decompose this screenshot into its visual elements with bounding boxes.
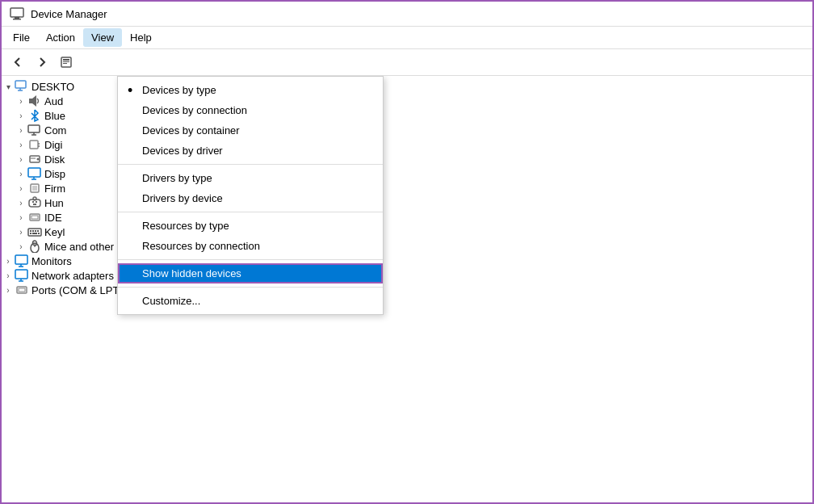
keyboard-icon (27, 225, 42, 238)
svg-rect-16 (38, 143, 40, 145)
firmware-expander[interactable]: › (15, 182, 27, 195)
root-expander[interactable]: ▾ (2, 80, 15, 93)
svg-point-27 (33, 197, 36, 200)
digital-expander[interactable]: › (15, 138, 27, 151)
svg-rect-7 (15, 81, 26, 88)
forward-button[interactable] (31, 52, 53, 73)
menu-customize[interactable]: Customize... (118, 291, 383, 311)
audio-expander[interactable]: › (15, 94, 27, 107)
mice-expander[interactable]: › (15, 240, 27, 253)
ports-expander[interactable]: › (2, 284, 15, 296)
svg-rect-47 (15, 270, 27, 279)
digital-label: Digi (44, 139, 62, 151)
svg-rect-37 (37, 230, 39, 232)
hid-label: Hun (44, 197, 64, 209)
svg-rect-15 (30, 141, 38, 149)
digital-icon (27, 138, 42, 151)
menu-separator-1 (118, 164, 383, 165)
menu-resources-by-type[interactable]: Resources by type (118, 216, 383, 236)
menu-separator-3 (118, 259, 383, 260)
audio-label: Aud (44, 95, 63, 107)
svg-rect-25 (32, 186, 37, 191)
menu-separator-4 (118, 287, 383, 288)
svg-rect-39 (32, 233, 37, 234)
hid-expander[interactable]: › (15, 196, 27, 209)
ide-label: IDE (44, 212, 62, 224)
display-label: Disp (44, 168, 65, 180)
svg-rect-21 (28, 168, 40, 177)
svg-rect-40 (38, 233, 40, 234)
properties-button[interactable] (55, 52, 78, 73)
svg-rect-29 (36, 201, 37, 203)
network-expander[interactable]: › (2, 269, 15, 282)
menu-action[interactable]: Action (38, 28, 83, 47)
svg-rect-6 (63, 63, 67, 64)
svg-rect-28 (32, 201, 34, 203)
svg-rect-51 (19, 288, 25, 292)
svg-rect-34 (30, 230, 31, 232)
ide-icon (27, 211, 42, 224)
ports-label: Ports (COM & LPT) (31, 284, 123, 296)
keyboard-expander[interactable]: › (15, 225, 27, 238)
bluetooth-icon (27, 109, 42, 122)
menu-drivers-by-type[interactable]: Drivers by type (118, 168, 383, 188)
disk-label: Disk (44, 153, 65, 166)
menu-bar: File Action View Help (2, 27, 812, 49)
ide-expander[interactable]: › (15, 211, 27, 224)
disk-expander[interactable]: › (15, 153, 27, 166)
svg-rect-17 (38, 145, 40, 147)
audio-icon (27, 94, 42, 107)
svg-rect-36 (35, 230, 36, 232)
menu-show-hidden-devices[interactable]: Show hidden devices (118, 263, 383, 284)
svg-rect-12 (28, 125, 40, 132)
svg-rect-1 (15, 17, 19, 19)
svg-rect-4 (63, 59, 69, 61)
svg-rect-30 (33, 204, 36, 205)
menu-resources-by-connection[interactable]: Resources by connection (118, 236, 383, 256)
computer-icon (27, 124, 42, 136)
menu-separator-2 (118, 212, 383, 212)
main-content: ▾ DESKT­O › Aud (2, 76, 812, 502)
svg-point-19 (37, 158, 40, 161)
menu-devices-by-connection[interactable]: Devices by connection (118, 100, 383, 120)
network-icon (15, 269, 29, 282)
menu-devices-by-driver[interactable]: Devices by driver (118, 141, 383, 161)
hid-icon (27, 196, 42, 209)
firmware-label: Firm (44, 183, 65, 195)
menu-devices-by-container[interactable]: Devices by container (118, 120, 383, 141)
svg-rect-44 (15, 255, 27, 264)
svg-rect-33 (28, 229, 41, 236)
display-icon (27, 167, 42, 180)
ports-icon (15, 284, 29, 296)
svg-rect-10 (29, 99, 32, 103)
menu-devices-by-type[interactable]: Devices by type (118, 80, 383, 100)
menu-file[interactable]: File (5, 28, 38, 47)
monitors-label: Monitors (31, 255, 72, 267)
computer-label: Com (44, 124, 66, 136)
back-button[interactable] (6, 52, 29, 73)
window-title: Device Manager (31, 8, 107, 20)
svg-rect-32 (31, 216, 38, 219)
view-dropdown-menu: Devices by type Devices by connection De… (117, 76, 384, 315)
app-icon (10, 6, 24, 21)
menu-drivers-by-device[interactable]: Drivers by device (118, 188, 383, 208)
svg-rect-5 (63, 61, 69, 62)
monitors-expander[interactable]: › (2, 254, 15, 267)
display-expander[interactable]: › (15, 167, 27, 180)
bluetooth-label: Blue (44, 110, 65, 122)
root-label: DESKT­O (31, 81, 74, 93)
root-icon (15, 80, 29, 93)
menu-help[interactable]: Help (122, 28, 160, 47)
svg-rect-38 (30, 233, 31, 234)
firmware-icon (27, 182, 42, 195)
toolbar (2, 49, 812, 76)
menu-view[interactable]: View (83, 28, 122, 47)
bluetooth-expander[interactable]: › (15, 109, 27, 122)
svg-rect-0 (10, 8, 23, 17)
network-label: Network adapters (31, 270, 114, 282)
title-bar: Device Manager (2, 2, 812, 27)
computer-expander[interactable]: › (15, 124, 27, 136)
disk-icon (27, 153, 42, 166)
svg-marker-11 (32, 95, 36, 107)
keyboard-label: Keyl (44, 226, 65, 238)
